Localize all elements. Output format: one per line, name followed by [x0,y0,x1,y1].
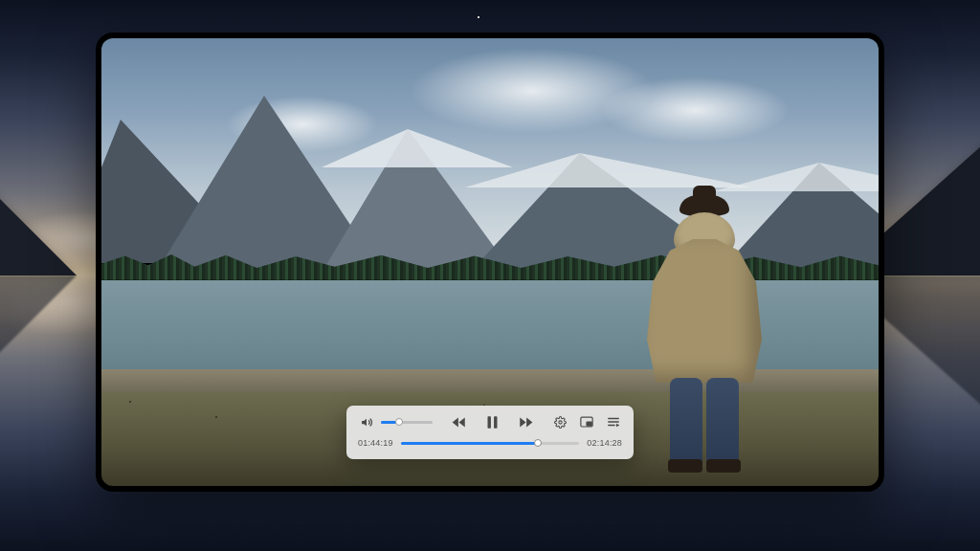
svg-marker-1 [452,417,457,427]
volume-icon[interactable] [358,413,375,430]
video-cloud [599,77,791,143]
svg-rect-3 [487,416,490,429]
svg-rect-4 [494,416,497,429]
playlist-icon[interactable] [605,413,622,430]
svg-marker-0 [362,418,367,426]
picture-in-picture-icon[interactable] [578,413,595,430]
skip-back-icon[interactable] [450,413,467,430]
seek-bar[interactable] [401,442,580,445]
svg-rect-9 [587,422,591,426]
transport-controls [450,412,534,431]
volume-slider[interactable] [381,421,433,424]
svg-marker-5 [520,417,525,427]
volume-thumb[interactable] [395,418,403,426]
current-time: 01:44:19 [358,438,393,448]
svg-marker-2 [458,417,464,427]
volume-control[interactable] [358,413,433,430]
seek-fill [401,442,539,445]
skip-forward-icon[interactable] [517,413,534,430]
video-player-window[interactable]: 01:44:19 02:14:28 [96,33,884,492]
video-person [637,182,771,469]
seek-thumb[interactable] [534,439,542,447]
svg-marker-6 [526,417,532,427]
right-tool-group [551,413,622,430]
desktop-wallpaper: 01:44:19 02:14:28 [0,0,980,551]
video-frame[interactable]: 01:44:19 02:14:28 [101,38,879,486]
player-controls: 01:44:19 02:14:28 [346,406,634,459]
wallpaper-mountain-reflection [0,276,77,390]
svg-point-7 [558,420,561,423]
total-time: 02:14:28 [587,438,622,448]
wallpaper-mountain [0,161,77,276]
gear-icon[interactable] [551,413,568,430]
svg-marker-13 [616,424,620,428]
pause-icon[interactable] [482,412,501,431]
